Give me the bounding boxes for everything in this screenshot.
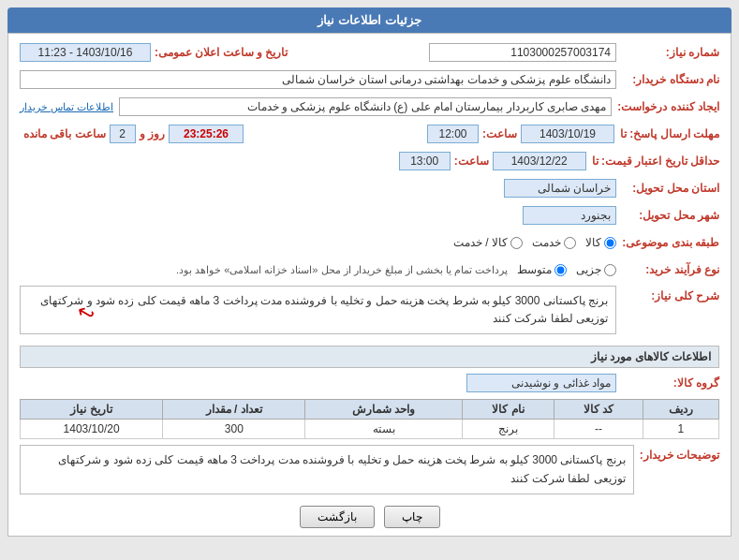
tabagheh-kala-label: کالا	[585, 236, 601, 249]
col-name: نام کالا	[462, 400, 554, 420]
shomare-value: 1103000257003174	[429, 43, 616, 62]
cell-tedad: 300	[163, 420, 305, 439]
noefar-note: پرداخت تمام یا بخشی از مبلغ خریدار از مح…	[176, 264, 508, 276]
tabagheh-kala-radio[interactable]	[604, 237, 616, 249]
ostan-value: خراسان شمالی	[504, 179, 616, 198]
sharh-text: برنج پاکستانی 3000 کیلو به شرط پخت هزینه…	[40, 294, 608, 325]
hadaghal-time: 13:00	[399, 152, 451, 170]
tabagheh-kalakhedmat-radio[interactable]	[510, 237, 523, 249]
tabagheh-khedmat-radio[interactable]	[564, 237, 576, 249]
sharh-section: شرح کلی نیاز: برنج پاکستانی 3000 کیلو به…	[20, 286, 719, 340]
mohlet-saat-label: ساعت باقی مانده	[23, 127, 106, 140]
gorohe-label: گروه کالا:	[616, 376, 719, 390]
noefar-jozi-label: جزیی	[576, 263, 601, 276]
tabagheh-khedmat-label: خدمت	[532, 236, 561, 249]
namdastgah-label: نام دستگاه خریدار:	[616, 73, 719, 86]
tarikh-value: 1403/10/16 - 11:23	[20, 43, 151, 62]
tabagheh-kalakhedmat-label: کالا / خدمت	[453, 236, 508, 249]
hadaghal-label: حداقل تاریخ اعتبار قیمت: تا	[586, 155, 719, 168]
noefar-mota-label: متوسط	[517, 263, 552, 276]
noefar-label: نوع فرآیند خرید:	[616, 263, 719, 276]
info-link[interactable]: اطلاعات تماس خریدار	[20, 101, 113, 113]
mohlet-saat: 23:25:26	[169, 125, 244, 143]
tozihaat-label: توضیحات خریدار:	[634, 445, 719, 462]
kalalha-section-title: اطلاعات کالاهای مورد نیاز	[20, 346, 719, 368]
mohlet-rooz: 2	[110, 125, 136, 143]
noefar-jozi[interactable]: جزیی	[576, 263, 616, 276]
tozihaat-row: توضیحات خریدار: برنج پاکستانی 3000 کیلو …	[20, 445, 719, 497]
gorohe-value: مواد غذائی و نوشیدنی	[466, 374, 616, 392]
shahr-value: بجنورد	[523, 206, 616, 225]
tabagheh-label: طبقه بندی موضوعی:	[616, 236, 719, 249]
cell-vahed: بسته	[305, 420, 462, 439]
cell-kod_kala: --	[554, 420, 643, 439]
tabagheh-kala[interactable]: کالا	[585, 236, 616, 249]
bazgasht-button[interactable]: بازگشت	[300, 506, 375, 528]
row-gorohe: گروه کالا: مواد غذائی و نوشیدنی	[20, 372, 719, 394]
ostan-label: استان محل تحویل:	[616, 182, 719, 195]
namdastgah-value: دانشگاه علوم پزشکی و خدمات بهداشتی درمان…	[20, 70, 616, 89]
tozihaat-box: برنج پاکستانی 3000 کیلو به شرط پخت هزینه…	[20, 445, 634, 494]
noefar-mota-radio[interactable]	[554, 264, 567, 276]
mohlet-time: 12:00	[427, 125, 479, 143]
chap-button[interactable]: چاپ	[384, 506, 440, 528]
row-mohlet: مهلت ارسال پاسخ: تا 1403/10/19 ساعت: 12:…	[20, 123, 719, 145]
row-hadaghal: حداقل تاریخ اعتبار قیمت: تا 1403/12/22 س…	[20, 150, 719, 172]
shahr-label: شهر محل تحویل:	[616, 209, 719, 222]
col-radif: ردیف	[643, 400, 718, 420]
col-tarikh: تاریخ نیاز	[21, 400, 163, 420]
main-container: جزئیات اطلاعات نیاز شماره نیاز: 11030002…	[0, 0, 739, 560]
col-vahed: واحد شمارش	[305, 400, 462, 420]
mohlet-time-label: ساعت:	[482, 127, 517, 140]
cell-tarikh: 1403/10/20	[21, 420, 163, 439]
button-row: چاپ بازگشت	[20, 506, 719, 528]
mohlet-rooz-label: روز و	[140, 127, 165, 140]
tabagheh-khedmat[interactable]: خدمت	[532, 236, 576, 249]
col-kod: کد کالا	[554, 400, 643, 420]
row-shomare: شماره نیاز: 1103000257003174 تاریخ و ساع…	[20, 41, 719, 64]
hadaghal-date: 1403/12/22	[493, 152, 586, 170]
noefar-options: جزیی متوسط	[517, 263, 616, 276]
mohlet-label: مهلت ارسال پاسخ: تا	[614, 127, 719, 140]
table-row: 1--برنجبسته3001403/10/20	[21, 420, 719, 439]
noefar-mota[interactable]: متوسط	[517, 263, 567, 276]
sharh-label: شرح کلی نیاز:	[616, 286, 719, 302]
tabagheh-kalakhedmat[interactable]: کالا / خدمت	[453, 236, 523, 249]
row-namdastgah: نام دستگاه خریدار: دانشگاه علوم پزشکی و …	[20, 68, 719, 91]
noefar-jozi-radio[interactable]	[604, 264, 616, 276]
content-box: شماره نیاز: 1103000257003174 تاریخ و ساع…	[7, 33, 732, 537]
row-shahr: شهر محل تحویل: بجنورد	[20, 204, 719, 227]
row-ostan: استان محل تحویل: خراسان شمالی	[20, 177, 719, 199]
row-tabagheh: طبقه بندی موضوعی: کالا خدمت کالا / خدمت	[20, 231, 719, 254]
tabagheh-options: کالا خدمت کالا / خدمت	[453, 236, 616, 249]
shomare-label: شماره نیاز:	[616, 46, 719, 59]
kala-table: ردیف کد کالا نام کالا واحد شمارش تعداد /…	[20, 399, 719, 439]
tarikh-label: تاریخ و ساعت اعلان عمومی:	[155, 46, 288, 59]
ijkonande-label: ایجاد کننده درخواست:	[612, 100, 719, 113]
sharh-box: برنج پاکستانی 3000 کیلو به شرط پخت هزینه…	[20, 286, 616, 334]
row-noefar: نوع فرآیند خرید: جزیی متوسط پرداخت تمام …	[20, 258, 719, 281]
ijkonande-value: مهدی صابری کاربردار بیمارستان امام علی (…	[119, 97, 612, 116]
tozihaat-text: برنج پاکستانی 3000 کیلو به شرط پخت هزینه…	[58, 453, 626, 484]
col-tedad: تعداد / مقدار	[163, 400, 305, 420]
cell-name_kala: برنج	[462, 420, 554, 439]
page-title: جزئیات اطلاعات نیاز	[7, 7, 732, 33]
hadaghal-time-label: ساعت:	[454, 155, 489, 168]
cell-radif: 1	[643, 420, 718, 439]
mohlet-date: 1403/10/19	[521, 125, 614, 143]
row-ijkonande: ایجاد کننده درخواست: مهدی صابری کاربردار…	[20, 96, 719, 118]
